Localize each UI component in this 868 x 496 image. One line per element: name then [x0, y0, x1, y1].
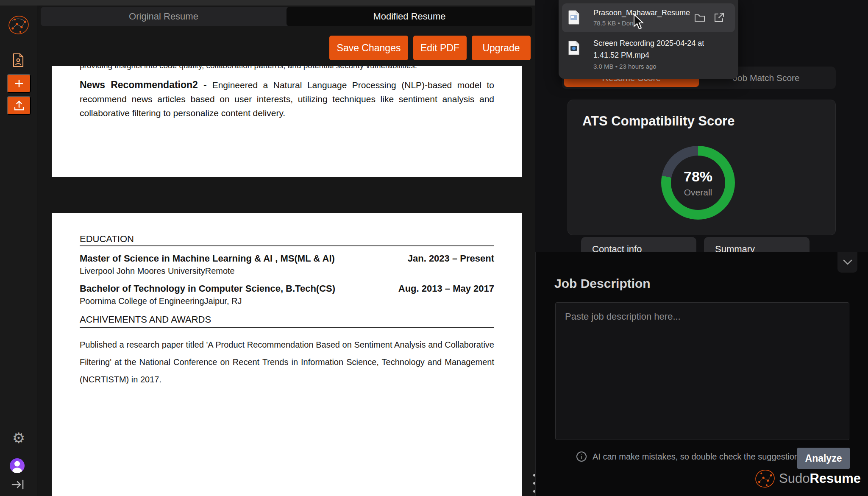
resume-news-paragraph: News Recommendation2 - Engineered a Natu…: [80, 78, 494, 120]
ai-disclaimer: i AI can make mistakes, so double check …: [576, 451, 803, 462]
download-item-recording[interactable]: Screen Recording 2025-04-24 at 1.41.52 P…: [562, 36, 735, 75]
degree-title: Bachelor of Technology in Computer Scien…: [80, 283, 335, 294]
resume-news-title: News Recommendation2 -: [80, 79, 212, 90]
brand-sudo: Sudo: [779, 471, 810, 486]
tab-modified-resume[interactable]: Modified Resume: [287, 7, 532, 26]
resume-clipped-line: providing insights into code quality, co…: [80, 66, 494, 70]
job-description-panel: Job Description i AI can make mistakes, …: [535, 252, 868, 496]
job-description-title: Job Description: [554, 276, 651, 291]
degree-school: Liverpool John Moores UniversityRemote: [80, 266, 494, 276]
upgrade-button[interactable]: Upgrade: [472, 36, 531, 60]
download-file-name-line2: 1.41.52 PM.mp4: [593, 51, 649, 60]
sidebar: ⚙: [0, 6, 37, 496]
sudoresume-brand: SudoResume: [754, 468, 861, 489]
education-heading: EDUCATION: [80, 234, 494, 245]
ats-score-card: ATS Compatibility Score 78% Overall: [568, 100, 836, 235]
info-icon: i: [576, 451, 587, 462]
save-changes-button[interactable]: Save Changes: [329, 36, 408, 60]
download-file-meta: 3.0 MB • 23 hours ago: [593, 63, 657, 70]
degree-row: Master of Science in Machine Learning & …: [80, 253, 494, 264]
tab-original-resume[interactable]: Original Resume: [41, 7, 287, 26]
download-item-resume[interactable]: Prasoon_Mahawar_Resume 78.5 KB • Done: [562, 3, 735, 32]
chevron-down-icon: [843, 259, 852, 265]
degree-school: Poornima College of EngineeringJaipur, R…: [80, 296, 494, 306]
upload-resume-button[interactable]: [7, 96, 31, 115]
user-avatar[interactable]: [10, 458, 25, 473]
analyze-button[interactable]: Analyze: [797, 448, 850, 469]
app-window: ⚙ Original Resume Modified Resume Save C…: [0, 0, 868, 496]
ats-donut-center: 78% Overall: [671, 156, 725, 210]
ats-percent-value: 78%: [684, 168, 712, 185]
ats-card-title: ATS Compatibility Score: [582, 114, 734, 129]
sudoresume-logo-icon: [8, 14, 30, 36]
achievements-paragraph: Published a research paper titled 'A Pro…: [80, 336, 494, 388]
degree-dates: Aug. 2013 – May 2017: [398, 283, 494, 294]
edit-pdf-button[interactable]: Edit PDF: [413, 36, 467, 60]
resume-page-2: EDUCATION Master of Science in Machine L…: [52, 213, 522, 496]
settings-gear-icon[interactable]: ⚙: [9, 429, 28, 447]
sudoresume-logo-icon: [754, 468, 776, 489]
job-description-input[interactable]: [555, 302, 849, 440]
downloads-popup: Prasoon_Mahawar_Resume 78.5 KB • Done Sc…: [559, 0, 738, 79]
pdf-file-icon: [568, 10, 580, 25]
achievements-heading: ACHIVEMENTS AND AWARDS: [80, 314, 494, 325]
logout-icon[interactable]: [11, 479, 24, 490]
mouse-cursor: [632, 14, 645, 31]
ai-disclaimer-text: AI can make mistakes, so double check th…: [593, 452, 803, 462]
resume-view-tabs: Original Resume Modified Resume: [41, 7, 532, 26]
achievements-rule: [80, 327, 494, 328]
degree-dates: Jan. 2023 – Present: [408, 253, 494, 264]
resume-page-1: providing insights into code quality, co…: [52, 66, 522, 177]
ats-percent-label: Overall: [684, 187, 712, 198]
video-file-icon: [568, 41, 580, 55]
open-external-icon[interactable]: [714, 12, 725, 23]
download-file-name: Screen Recording 2025-04-24 at: [593, 39, 704, 48]
brand-resume: Resume: [810, 471, 861, 486]
ats-donut-chart: 78% Overall: [661, 146, 735, 220]
show-in-folder-icon[interactable]: [694, 12, 705, 23]
add-resume-button[interactable]: [7, 74, 31, 93]
education-rule: [80, 245, 494, 246]
degree-title: Master of Science in Machine Learning & …: [80, 253, 335, 264]
degree-row: Bachelor of Technology in Computer Scien…: [80, 283, 494, 294]
download-file-meta: 78.5 KB • Done: [593, 20, 637, 27]
collapse-panel-button[interactable]: [837, 252, 857, 273]
